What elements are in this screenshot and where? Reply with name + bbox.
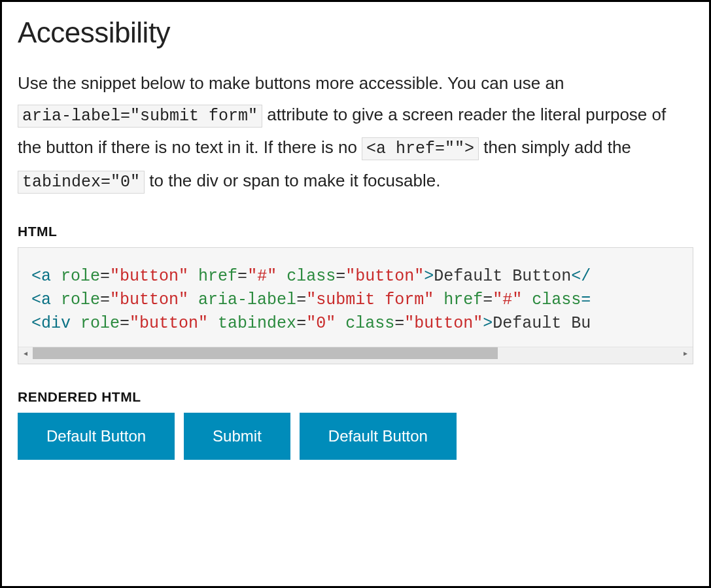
- page-title: Accessibility: [18, 16, 693, 49]
- intro-text-1: Use the snippet below to make buttons mo…: [18, 73, 564, 93]
- scroll-left-icon[interactable]: ◂: [18, 347, 33, 360]
- intro-paragraph: Use the snippet below to make buttons mo…: [18, 67, 693, 198]
- inline-code-anchor: <a href="">: [362, 137, 479, 160]
- default-button-1[interactable]: Default Button: [18, 413, 175, 460]
- intro-text-4: to the div or span to make it focusable.: [149, 171, 440, 190]
- scroll-right-icon[interactable]: ▸: [678, 347, 693, 360]
- scrollbar-thumb[interactable]: [33, 347, 498, 359]
- html-section: HTML <a role="button" href="#" class="bu…: [18, 224, 693, 364]
- horizontal-scrollbar[interactable]: ◂ ▸: [18, 347, 693, 364]
- default-button-2[interactable]: Default Button: [300, 413, 457, 460]
- button-row: Default Button Submit Default Button: [18, 413, 693, 460]
- doc-container: Accessibility Use the snippet below to m…: [0, 0, 711, 588]
- code-content: <a role="button" href="#" class="button"…: [31, 265, 680, 347]
- scrollbar-track[interactable]: [33, 347, 678, 359]
- rendered-label: RENDERED HTML: [18, 389, 693, 405]
- submit-button[interactable]: Submit: [184, 413, 290, 460]
- rendered-section: RENDERED HTML Default Button Submit Defa…: [18, 389, 693, 460]
- inline-code-tabindex: tabindex="0": [18, 171, 145, 194]
- intro-text-3: then simply add the: [483, 137, 631, 157]
- code-block: <a role="button" href="#" class="button"…: [18, 247, 693, 364]
- inline-code-aria-label: aria-label="submit form": [18, 105, 262, 128]
- html-label: HTML: [18, 224, 693, 239]
